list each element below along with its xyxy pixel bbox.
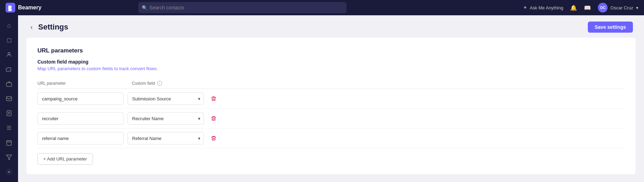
table-row: Submission Source Recruiter Name Referra… — [37, 129, 625, 148]
sidebar-item-mail[interactable] — [3, 93, 15, 105]
sidebar-item-bottom-settings[interactable] — [3, 166, 15, 178]
nav-right: ✦ Ask Me Anything 🔔 📖 OC Oscar Cruz ▾ — [523, 3, 638, 13]
page-title: Settings — [38, 23, 68, 32]
svg-rect-3 — [7, 97, 12, 101]
sidebar-item-home[interactable]: ⌂ — [3, 19, 15, 31]
subsection-title: Custom field mapping — [37, 59, 625, 65]
custom-field-select-wrapper-1: Submission Source Recruiter Name Referra… — [128, 92, 204, 105]
user-menu-chevron: ▾ — [636, 5, 638, 10]
custom-field-select-wrapper-2: Submission Source Recruiter Name Referra… — [128, 112, 204, 125]
svg-point-1 — [8, 52, 10, 55]
url-parameter-input-3[interactable] — [37, 132, 123, 144]
mapping-table-header: URL parameter Custom field i — [37, 78, 625, 89]
search-icon: 🔍 — [142, 5, 147, 10]
logo: Beamery — [6, 3, 47, 13]
col-custom-label-wrapper: Custom field i — [132, 81, 162, 86]
col-url-label: URL parameter — [37, 81, 128, 86]
sidebar-item-lists[interactable] — [3, 122, 15, 134]
content-card: URL parameters Custom field mapping Map … — [26, 38, 636, 174]
delete-row-button-3[interactable] — [208, 133, 219, 144]
delete-row-button-2[interactable] — [208, 113, 219, 124]
logo-icon — [6, 3, 15, 13]
user-menu-button[interactable]: OC Oscar Cruz ▾ — [598, 3, 638, 13]
page-header: ‹ Settings Save settings — [18, 15, 644, 38]
add-url-parameter-button[interactable]: + Add URL parameter — [37, 153, 93, 165]
sidebar-item-filter[interactable] — [3, 151, 15, 163]
svg-rect-11 — [7, 141, 11, 146]
sidebar: ⌂ ◻ — [0, 15, 18, 182]
delete-row-button-1[interactable] — [208, 93, 219, 104]
svg-point-16 — [8, 171, 10, 173]
custom-field-select-3[interactable]: Submission Source Recruiter Name Referra… — [128, 132, 204, 144]
sidebar-item-calendar[interactable] — [3, 137, 15, 149]
sidebar-item-folders[interactable] — [3, 64, 15, 75]
col-custom-label: Custom field — [132, 81, 155, 86]
save-settings-button[interactable]: Save settings — [588, 22, 633, 33]
main-content: ‹ Settings Save settings URL parameters … — [18, 15, 644, 182]
ask-me-label: Ask Me Anything — [530, 5, 563, 10]
back-button[interactable]: ‹ — [29, 23, 34, 32]
section-title: URL parameters — [37, 47, 625, 54]
sidebar-item-contacts[interactable] — [3, 49, 15, 60]
svg-rect-2 — [7, 83, 12, 86]
page-header-left: ‹ Settings — [29, 23, 68, 32]
url-parameter-input-1[interactable] — [37, 92, 123, 105]
sidebar-item-bookmarks[interactable]: ◻ — [3, 34, 15, 46]
logo-text: Beamery — [18, 5, 42, 11]
custom-field-select-wrapper-3: Submission Source Recruiter Name Referra… — [128, 132, 204, 144]
search-bar: 🔍 — [138, 2, 346, 13]
table-row: Submission Source Recruiter Name Referra… — [37, 89, 625, 109]
custom-field-select-1[interactable]: Submission Source Recruiter Name Referra… — [128, 92, 204, 105]
info-icon[interactable]: i — [157, 81, 162, 86]
table-row: Submission Source Recruiter Name Referra… — [37, 109, 625, 129]
user-name: Oscar Cruz — [610, 5, 633, 10]
custom-field-select-2[interactable]: Submission Source Recruiter Name Referra… — [128, 112, 204, 125]
svg-marker-15 — [7, 155, 12, 160]
avatar: OC — [598, 3, 608, 13]
notifications-icon[interactable]: 🔔 — [570, 5, 577, 11]
topnav: Beamery 🔍 ✦ Ask Me Anything 🔔 📖 OC Oscar… — [0, 0, 644, 15]
sidebar-item-jobs[interactable] — [3, 78, 15, 90]
subsection-desc: Map URL parameters to custom fields to t… — [37, 66, 625, 71]
sidebar-item-reports[interactable] — [3, 107, 15, 119]
library-icon[interactable]: 📖 — [584, 5, 591, 11]
search-input[interactable] — [138, 2, 346, 13]
ai-icon: ✦ — [523, 5, 527, 11]
ask-me-anything-button[interactable]: ✦ Ask Me Anything — [523, 5, 563, 11]
url-parameter-input-2[interactable] — [37, 112, 123, 125]
